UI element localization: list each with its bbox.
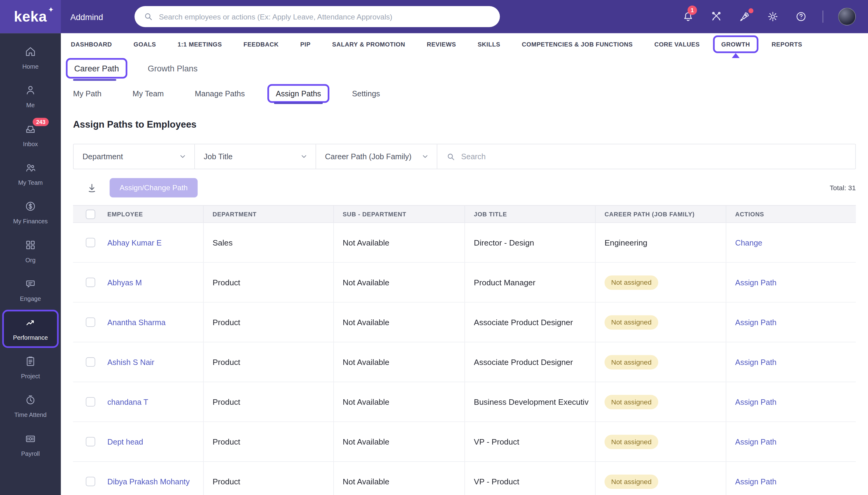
global-search-input[interactable] <box>159 13 495 21</box>
tab-growth[interactable]: GROWTH <box>713 35 758 53</box>
tab-my-path[interactable]: My Path <box>65 84 110 103</box>
topbar-divider <box>823 11 823 23</box>
row-checkbox[interactable] <box>85 318 95 327</box>
sidebar-item-engage[interactable]: Engage <box>2 271 59 309</box>
department-cell: Product <box>204 382 334 422</box>
tab-skills[interactable]: SKILLS <box>469 35 508 53</box>
main-tab-label: REPORTS <box>772 41 802 48</box>
sidebar-item-performance[interactable]: Performance <box>2 310 59 348</box>
inbox-count-badge: 243 <box>33 118 49 126</box>
sub-department-cell: Not Available <box>334 342 465 382</box>
help-icon[interactable] <box>795 10 808 23</box>
topbar-actions: 1 <box>682 7 868 25</box>
sidebar-item-org[interactable]: Org <box>2 232 59 270</box>
tab-competencies-job-functions[interactable]: COMPETENCIES & JOB FUNCTIONS <box>514 35 641 53</box>
row-action-link[interactable]: Assign Path <box>735 278 776 287</box>
employee-link[interactable]: Dept head <box>108 437 143 446</box>
assign-change-path-button[interactable]: Assign/Change Path <box>110 178 198 198</box>
tab-core-values[interactable]: CORE VALUES <box>646 35 708 53</box>
subtab-growth-plans[interactable]: Growth Plans <box>139 58 206 79</box>
subtab-career-path[interactable]: Career Path <box>66 58 128 79</box>
tab-assign-paths[interactable]: Assign Paths <box>268 84 329 103</box>
table-row: Abhay Kumar E Sales Not Available Direct… <box>73 223 856 263</box>
settings-gear-icon[interactable] <box>766 10 780 23</box>
org-icon <box>24 239 36 253</box>
employee-link[interactable]: Abhay Kumar E <box>108 238 162 247</box>
tab-1-1-meetings[interactable]: 1:1 MEETINGS <box>169 35 230 53</box>
sidebar-item-me[interactable]: Me <box>2 78 59 116</box>
career-path-filter-label: Career Path (Job Family) <box>325 152 411 161</box>
sidebar-item-project[interactable]: Project <box>2 348 59 387</box>
main-tab-label: PIP <box>300 41 311 48</box>
sidebar-item-inbox[interactable]: Inbox 243 <box>2 116 59 154</box>
department-cell: Product <box>204 422 334 461</box>
notifications-bell-icon[interactable]: 1 <box>682 10 695 23</box>
table-search-input[interactable] <box>461 152 847 161</box>
download-icon[interactable] <box>86 182 97 193</box>
row-checkbox[interactable] <box>85 278 95 287</box>
job-title-filter[interactable]: Job Title <box>195 144 316 169</box>
col-employee[interactable]: EMPLOYEE <box>108 206 204 222</box>
sidebar-item-my-team[interactable]: My Team <box>2 155 59 193</box>
row-action-link[interactable]: Assign Path <box>735 397 776 406</box>
row-checkbox[interactable] <box>85 357 95 367</box>
tab-reviews[interactable]: REVIEWS <box>419 35 464 53</box>
tab-dashboard[interactable]: DASHBOARD <box>63 35 120 53</box>
tools-icon[interactable] <box>709 10 723 23</box>
topbar: keka✦ Addmind 1 <box>0 0 868 33</box>
employee-link[interactable]: chandana T <box>108 397 148 406</box>
row-action-link[interactable]: Change <box>735 238 762 247</box>
global-search[interactable] <box>134 6 500 27</box>
job-title-cell: VP - Product <box>465 462 596 495</box>
row-action-link[interactable]: Assign Path <box>735 477 776 486</box>
tab-my-team[interactable]: My Team <box>124 84 172 103</box>
table-toolbar: Assign/Change Path Total: 31 <box>73 178 856 198</box>
user-avatar[interactable] <box>838 7 856 25</box>
tertiary-tab-label: My Path <box>73 89 101 98</box>
select-all-checkbox[interactable] <box>85 209 95 219</box>
row-action-link[interactable]: Assign Path <box>735 437 776 446</box>
department-cell: Product <box>204 303 334 342</box>
logo-block[interactable]: keka✦ <box>0 0 61 33</box>
table-row: Dibya Prakash Mohanty Product Not Availa… <box>73 462 856 495</box>
tab-salary-promotion[interactable]: SALARY & PROMOTION <box>324 35 414 53</box>
sidebar-item-payroll[interactable]: Payroll <box>2 426 59 464</box>
col-career-path[interactable]: CAREER PATH (JOB FAMILY) <box>596 206 726 222</box>
tab-goals[interactable]: GOALS <box>125 35 165 53</box>
tab-feedback[interactable]: FEEDBACK <box>235 35 287 53</box>
col-sub-department[interactable]: SUB - DEPARTMENT <box>334 206 465 222</box>
department-filter-label: Department <box>82 152 123 161</box>
tab-pip[interactable]: PIP <box>292 35 319 53</box>
row-action-link[interactable]: Assign Path <box>735 318 776 327</box>
sidebar-item-label: My Finances <box>13 218 48 225</box>
job-title-cell: Associate Product Designer <box>465 342 596 382</box>
chevron-down-icon <box>300 153 308 160</box>
employee-link[interactable]: Anantha Sharma <box>108 318 165 327</box>
col-job-title[interactable]: JOB TITLE <box>465 206 596 222</box>
career-path-filter[interactable]: Career Path (Job Family) <box>316 144 437 169</box>
tab-settings[interactable]: Settings <box>344 84 388 103</box>
whats-new-rocket-icon[interactable] <box>738 10 751 23</box>
col-department[interactable]: DEPARTMENT <box>204 206 334 222</box>
row-action-link[interactable]: Assign Path <box>735 358 776 366</box>
employee-link[interactable]: Abhyas M <box>108 278 142 287</box>
sidebar-item-home[interactable]: Home <box>2 39 59 77</box>
row-checkbox[interactable] <box>85 238 95 248</box>
table-search[interactable] <box>437 144 855 169</box>
sidebar-item-my-finances[interactable]: My Finances <box>2 193 59 232</box>
row-checkbox[interactable] <box>85 397 95 407</box>
tab-reports[interactable]: REPORTS <box>764 35 810 53</box>
sidebar-item-label: Org <box>25 257 35 263</box>
employee-link[interactable]: Ashish S Nair <box>108 358 154 366</box>
sidebar-item-label: Project <box>21 373 40 379</box>
sub-department-cell: Not Available <box>334 382 465 422</box>
sub-department-cell: Not Available <box>334 263 465 302</box>
row-checkbox[interactable] <box>85 437 95 446</box>
row-checkbox[interactable] <box>85 477 95 486</box>
employee-link[interactable]: Dibya Prakash Mohanty <box>108 477 190 486</box>
sidebar-item-time-attend[interactable]: Time Attend <box>2 387 59 425</box>
job-title-filter-label: Job Title <box>204 152 233 161</box>
tab-manage-paths[interactable]: Manage Paths <box>186 84 253 103</box>
department-filter[interactable]: Department <box>73 144 195 169</box>
main-content: DASHBOARD GOALS 1:1 MEETINGS FEEDBACK PI… <box>61 33 868 495</box>
